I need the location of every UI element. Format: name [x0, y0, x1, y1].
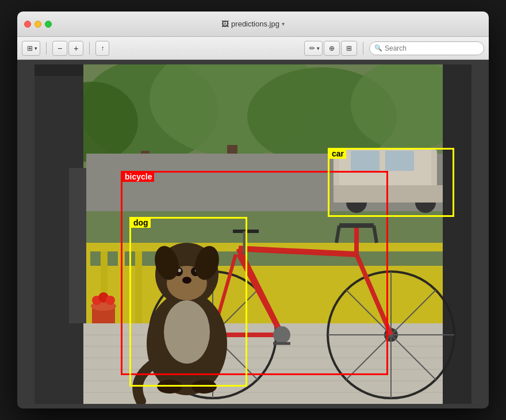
zoom-out-icon: −	[57, 44, 62, 53]
toolbar: ⊞ ▾ − + ↑ ✏ ▾ ⊕ ⊞	[17, 37, 489, 60]
window-title: 🖼 predictions.jpg ▾	[221, 20, 285, 28]
view-toggle-button[interactable]: ⊞ ▾	[22, 41, 40, 56]
view-toggle-icon: ⊞	[27, 44, 33, 52]
toolbar-divider-1	[46, 42, 47, 55]
grid-icon: ⊞	[346, 44, 352, 52]
edit-button[interactable]: ✏ ▾	[304, 41, 323, 56]
grid-button[interactable]: ⊞	[341, 41, 357, 56]
toolbar-divider-3	[363, 42, 363, 55]
zoom-group: − +	[52, 41, 83, 56]
car-label: car	[329, 148, 346, 159]
svg-point-39	[106, 296, 115, 305]
action-button[interactable]: ⊕	[324, 41, 340, 56]
right-tools-group: ✏ ▾ ⊕ ⊞	[304, 41, 357, 56]
edit-icon: ✏	[309, 44, 315, 52]
zoom-out-button[interactable]: −	[52, 41, 67, 56]
bbox-car: car	[328, 148, 454, 217]
search-input[interactable]	[385, 44, 479, 52]
title-text: predictions.jpg	[231, 20, 279, 28]
titlebar: 🖼 predictions.jpg ▾	[17, 12, 489, 37]
toolbar-divider-2	[89, 42, 90, 55]
action-icon: ⊕	[329, 44, 335, 52]
chevron-down-icon: ▾	[282, 21, 285, 27]
bicycle-label: bicycle	[122, 171, 154, 182]
share-icon: ↑	[101, 44, 104, 52]
zoom-in-button[interactable]: +	[68, 41, 83, 56]
traffic-lights	[24, 21, 52, 28]
share-button[interactable]: ↑	[95, 41, 109, 56]
zoom-in-icon: +	[74, 44, 78, 53]
maximize-button[interactable]	[45, 21, 52, 28]
photo: bicycle dog car	[34, 64, 471, 404]
view-toggle-arrow: ▾	[34, 45, 37, 51]
svg-rect-33	[34, 64, 83, 76]
edit-arrow: ▾	[317, 45, 320, 51]
app-window: 🖼 predictions.jpg ▾ ⊞ ▾ − + ↑	[17, 12, 489, 408]
svg-rect-32	[443, 64, 471, 404]
svg-rect-34	[69, 168, 86, 323]
bbox-dog: dog	[129, 217, 247, 387]
search-box[interactable]: 🔍	[369, 41, 484, 55]
image-container: bicycle dog car	[17, 60, 489, 408]
minimize-button[interactable]	[34, 21, 41, 28]
close-button[interactable]	[24, 21, 31, 28]
file-icon: 🖼	[221, 20, 229, 28]
dog-label: dog	[131, 217, 151, 228]
view-group: ⊞ ▾	[22, 41, 40, 56]
search-icon: 🔍	[374, 44, 382, 52]
